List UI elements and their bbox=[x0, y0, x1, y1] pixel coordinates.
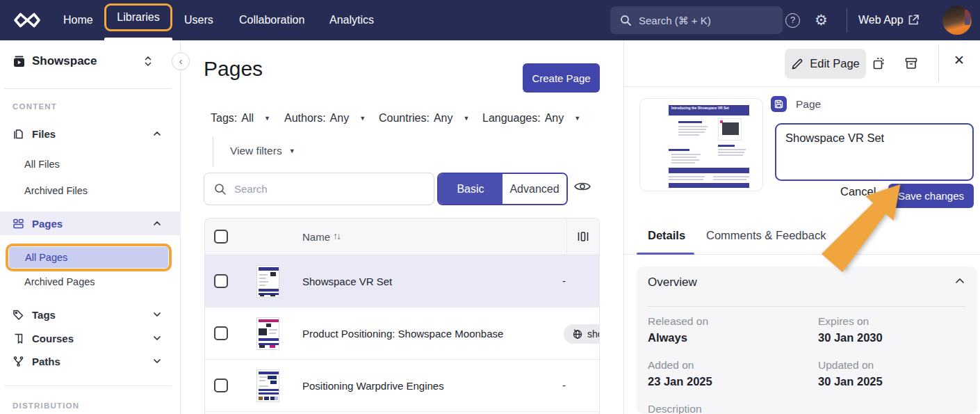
expires-on-value: 30 Jan 2030 bbox=[818, 331, 883, 344]
app-screen: Home Libraries Users Collaboration Analy… bbox=[0, 0, 980, 414]
sort-icon[interactable]: ↑↓ bbox=[333, 230, 340, 241]
nav-divider bbox=[847, 8, 847, 32]
view-filters-toggle[interactable]: View filters ▼ bbox=[230, 145, 295, 157]
sidebar-group-paths[interactable]: Paths bbox=[0, 351, 181, 372]
pages-icon bbox=[13, 218, 24, 230]
sidebar-collapse-button[interactable]: ‹ bbox=[172, 52, 190, 70]
sidebar-item-all-files[interactable]: All Files bbox=[24, 159, 60, 170]
mode-advanced-button[interactable]: Advanced bbox=[503, 174, 566, 204]
global-search-input[interactable] bbox=[639, 15, 764, 26]
table-search[interactable] bbox=[204, 173, 434, 205]
sidebar-group-courses[interactable]: Courses bbox=[0, 328, 181, 349]
sidebar-item-archived-files[interactable]: Archived Files bbox=[24, 185, 88, 196]
files-icon bbox=[13, 128, 24, 140]
annotation-box-all-pages: All Pages bbox=[6, 244, 172, 271]
column-header-name[interactable]: Name bbox=[302, 231, 330, 243]
row-checkbox[interactable] bbox=[214, 274, 228, 288]
row-checkbox[interactable] bbox=[214, 379, 228, 392]
view-filters-divider bbox=[213, 136, 213, 167]
page-type-label: Page bbox=[796, 98, 821, 111]
sidebar-group-pages[interactable]: Pages bbox=[0, 212, 181, 235]
search-icon bbox=[620, 15, 632, 26]
table-row[interactable]: Showspace VR Set - bbox=[205, 255, 599, 308]
globe-icon bbox=[572, 328, 583, 340]
chevron-down-icon[interactable] bbox=[153, 358, 161, 364]
filter-label: Tags: bbox=[211, 112, 237, 125]
external-link-icon[interactable] bbox=[908, 14, 920, 26]
nav-item-home[interactable]: Home bbox=[63, 0, 93, 40]
expires-on-label: Expires on bbox=[818, 315, 869, 328]
page-title-input[interactable]: Showspace VR Set bbox=[775, 123, 974, 181]
sidebar-item-archived-pages[interactable]: Archived Pages bbox=[24, 276, 95, 287]
caret-down-icon: ▼ bbox=[359, 115, 366, 122]
view-filters-label: View filters bbox=[230, 145, 282, 157]
added-on-value: 23 Jan 2025 bbox=[648, 375, 712, 388]
archive-button[interactable] bbox=[903, 55, 920, 72]
duplicate-button[interactable] bbox=[871, 55, 888, 72]
chevron-up-icon[interactable] bbox=[153, 221, 161, 226]
edit-page-label: Edit Page bbox=[810, 57, 860, 70]
edit-page-button[interactable]: Edit Page bbox=[785, 49, 866, 79]
tab-details[interactable]: Details bbox=[648, 229, 685, 242]
main-content: Pages Create Page Tags: All ▼ Authors: A… bbox=[181, 40, 623, 414]
create-page-button[interactable]: Create Page bbox=[523, 63, 600, 93]
sidebar-group-label: Paths bbox=[32, 356, 60, 367]
filter-value: Any bbox=[434, 112, 453, 125]
column-settings-cell[interactable] bbox=[566, 218, 599, 255]
courses-icon bbox=[13, 333, 24, 344]
released-on-label: Released on bbox=[648, 315, 708, 328]
mode-basic-button[interactable]: Basic bbox=[439, 174, 503, 204]
global-search[interactable] bbox=[610, 6, 783, 34]
page-tag-pill[interactable]: sho bbox=[564, 324, 600, 344]
filter-countries[interactable]: Countries: Any ▼ bbox=[379, 111, 469, 125]
chevron-up-icon[interactable] bbox=[955, 278, 965, 284]
nav-item-analytics[interactable]: Analytics bbox=[329, 0, 374, 40]
sidebar-group-label: Pages bbox=[32, 218, 63, 230]
caret-down-icon: ▼ bbox=[574, 115, 580, 122]
sidebar-group-files[interactable]: Files bbox=[0, 123, 181, 144]
select-all-checkbox[interactable] bbox=[214, 230, 228, 244]
sidebar-item-all-pages[interactable]: All Pages bbox=[9, 247, 168, 268]
settings-gear-icon[interactable]: ⚙ bbox=[815, 12, 828, 29]
workspace-name: Showspace bbox=[32, 54, 97, 68]
cancel-button[interactable]: Cancel bbox=[840, 185, 876, 198]
filter-value: Any bbox=[545, 112, 564, 125]
workspace-icon bbox=[13, 55, 26, 68]
workspace-switcher[interactable]: Showspace bbox=[0, 49, 180, 74]
visibility-eye-icon[interactable] bbox=[573, 180, 591, 193]
chevron-down-icon[interactable] bbox=[153, 312, 161, 317]
sidebar-group-label: Tags bbox=[32, 309, 56, 321]
table-row[interactable]: Product Positioning: Showspace Moonbase … bbox=[205, 308, 599, 360]
table-search-input[interactable] bbox=[234, 183, 408, 195]
app-logo-icon[interactable] bbox=[13, 11, 42, 29]
tab-comments-feedback[interactable]: Comments & Feedback bbox=[706, 229, 826, 242]
sidebar-divider bbox=[4, 385, 172, 386]
page-preview-thumbnail[interactable]: Introducing the Showspace VR Set bbox=[639, 98, 763, 191]
filter-languages[interactable]: Languages: Any ▼ bbox=[482, 111, 580, 125]
caret-down-icon: ▼ bbox=[264, 115, 270, 122]
page-name: Positioning Warpdrive Engines bbox=[302, 380, 444, 392]
help-icon[interactable]: ? bbox=[785, 13, 800, 28]
user-avatar[interactable] bbox=[942, 6, 972, 35]
detail-panel: Edit Page ✕ Introducing the Showspace VR… bbox=[623, 40, 980, 414]
webapp-link[interactable]: Web App bbox=[858, 0, 904, 40]
filter-tags[interactable]: Tags: All ▼ bbox=[211, 111, 270, 125]
filter-value: Any bbox=[330, 112, 350, 125]
save-changes-button[interactable]: Save changes bbox=[888, 184, 974, 208]
page-type-icon bbox=[771, 96, 787, 112]
archive-box-icon bbox=[904, 56, 919, 71]
nav-item-collaboration[interactable]: Collaboration bbox=[239, 0, 304, 40]
caret-down-icon: ▼ bbox=[289, 148, 295, 154]
duplicate-icon bbox=[872, 56, 887, 71]
filter-authors[interactable]: Authors: Any ▼ bbox=[284, 111, 366, 125]
sidebar-group-tags[interactable]: Tags bbox=[0, 304, 181, 325]
nav-item-users[interactable]: Users bbox=[184, 0, 213, 40]
annotation-box-libraries[interactable]: Libraries bbox=[104, 3, 172, 31]
close-icon[interactable]: ✕ bbox=[951, 52, 967, 68]
table-row[interactable]: Positioning Warpdrive Engines - bbox=[205, 360, 599, 412]
overview-card: Overview Released on Always Expires on 3… bbox=[637, 266, 977, 414]
chevron-up-icon[interactable] bbox=[153, 131, 161, 136]
chevron-down-icon[interactable] bbox=[153, 335, 161, 341]
row-checkbox[interactable] bbox=[214, 326, 228, 340]
panel-header-divider bbox=[938, 45, 939, 82]
